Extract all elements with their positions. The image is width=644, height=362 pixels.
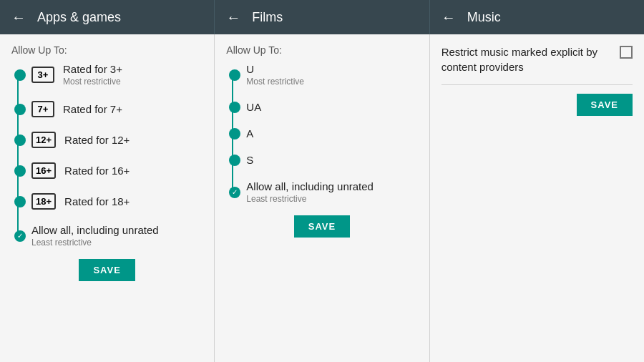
list-item[interactable]: 7+ Rated for 7+	[31, 101, 203, 117]
music-explicit-row: Restrict music marked explicit by conten…	[441, 44, 633, 85]
item-main-label: Allow all, including unrated	[246, 180, 374, 192]
timeline-dot	[229, 102, 240, 113]
item-main-label: Rated for 18+	[64, 195, 130, 207]
apps-games-header: ← Apps & games	[0, 0, 215, 34]
item-text: Rated for 3+ Most restrictive	[63, 63, 122, 87]
timeline-dot	[14, 104, 26, 115]
main-content: Allow Up To: 3+ Rated for 3+ Most restri…	[0, 34, 644, 362]
music-back-button[interactable]: ←	[441, 9, 456, 26]
films-save-button[interactable]: SAVE	[294, 215, 350, 238]
apps-games-title: Apps & games	[37, 10, 121, 25]
films-back-button[interactable]: ←	[226, 9, 240, 26]
item-main-label: Rated for 12+	[64, 134, 130, 146]
music-save-button[interactable]: SAVE	[577, 94, 633, 116]
timeline-dot	[14, 134, 26, 146]
timeline-dot	[14, 196, 26, 207]
item-main-label: Rated for 3+	[63, 63, 122, 75]
item-text: Rated for 12+	[64, 134, 130, 146]
music-header: ← Music	[430, 0, 644, 34]
apps-games-timeline-line	[17, 70, 19, 240]
item-main-label: A	[246, 127, 253, 140]
rating-badge: 12+	[31, 132, 56, 148]
music-save-row: SAVE	[441, 94, 633, 116]
list-item[interactable]: A	[246, 127, 417, 140]
timeline-dot	[229, 155, 240, 166]
rating-badge: 3+	[31, 67, 54, 83]
item-main-label: Allow all, including unrated	[31, 224, 159, 236]
item-sub-label: Least restrictive	[246, 194, 374, 204]
timeline-dot	[14, 165, 26, 177]
films-header: ← Films	[215, 0, 429, 34]
apps-games-save-button[interactable]: SAVE	[79, 259, 135, 281]
timeline-dot-check: ✓	[229, 187, 240, 198]
item-text: Rated for 18+	[64, 195, 130, 207]
item-sub-label: Least restrictive	[31, 238, 159, 248]
item-text: Allow all, including unrated Least restr…	[246, 180, 374, 204]
films-panel: Allow Up To: U Most restrictive UA	[215, 34, 429, 362]
item-main-label: UA	[246, 101, 261, 113]
apps-games-back-button[interactable]: ←	[11, 9, 26, 26]
music-title: Music	[467, 10, 501, 25]
timeline-dot	[229, 128, 240, 140]
item-main-label: S	[246, 154, 253, 166]
timeline-dot	[229, 69, 240, 81]
apps-games-save-row: SAVE	[11, 259, 203, 281]
films-list: U Most restrictive UA A	[226, 63, 417, 204]
item-text: A	[246, 127, 253, 140]
list-item[interactable]: 16+ Rated for 16+	[31, 162, 203, 179]
films-allow-label: Allow Up To:	[226, 44, 417, 56]
music-explicit-label: Restrict music marked explicit by conten…	[441, 44, 611, 74]
timeline-dot	[14, 69, 26, 81]
item-sub-label: Most restrictive	[246, 77, 304, 87]
apps-games-allow-label: Allow Up To:	[11, 44, 203, 56]
music-panel: Restrict music marked explicit by conten…	[430, 34, 644, 362]
list-item[interactable]: 3+ Rated for 3+ Most restrictive	[31, 63, 203, 87]
list-item[interactable]: ✓ Allow all, including unrated Least res…	[246, 180, 417, 204]
list-item[interactable]: UA	[246, 101, 417, 113]
timeline-dot-check: ✓	[14, 230, 26, 242]
films-title: Films	[252, 10, 283, 25]
item-sub-label: Most restrictive	[63, 77, 122, 87]
header: ← Apps & games ← Films ← Music	[0, 0, 644, 34]
item-main-label: Rated for 7+	[63, 103, 122, 115]
films-save-row: SAVE	[226, 215, 417, 238]
apps-games-panel: Allow Up To: 3+ Rated for 3+ Most restri…	[0, 34, 215, 362]
item-text: UA	[246, 101, 261, 113]
list-item[interactable]: ✓ Allow all, including unrated Least res…	[31, 224, 203, 248]
apps-games-list: 3+ Rated for 3+ Most restrictive 7+ Rate…	[11, 63, 203, 248]
item-text: Allow all, including unrated Least restr…	[31, 224, 159, 248]
list-item[interactable]: 12+ Rated for 12+	[31, 132, 203, 148]
item-text: Rated for 7+	[63, 103, 122, 115]
music-explicit-checkbox[interactable]	[620, 46, 633, 59]
item-main-label: U	[246, 63, 304, 75]
item-main-label: Rated for 16+	[64, 165, 130, 177]
list-item[interactable]: 18+ Rated for 18+	[31, 193, 203, 210]
list-item[interactable]: S	[246, 154, 417, 166]
item-text: U Most restrictive	[246, 63, 304, 87]
rating-badge: 7+	[31, 101, 54, 117]
rating-badge: 18+	[31, 193, 56, 210]
item-text: S	[246, 154, 253, 166]
list-item[interactable]: U Most restrictive	[246, 63, 417, 87]
item-text: Rated for 16+	[64, 165, 130, 177]
rating-badge: 16+	[31, 162, 56, 179]
